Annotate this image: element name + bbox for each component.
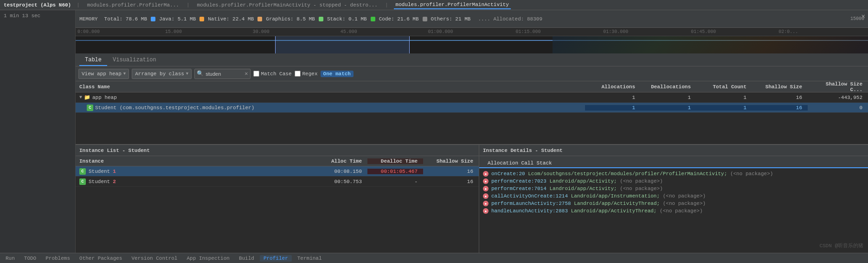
- cell-total-count-student: 1: [696, 105, 752, 111]
- bottom-tab-vcs[interactable]: Version Control: [128, 255, 181, 262]
- cell-class-name: ▼ 📁 app heap: [76, 94, 585, 100]
- tab-profiler-3[interactable]: modules.profiler.ProfilerMainActivity: [394, 1, 511, 9]
- call-stack-item[interactable]: ● onCreate:20 Lcom/southgnss/testproject…: [479, 170, 868, 178]
- instance-number-2: 2: [113, 179, 116, 184]
- search-icon: 🔍: [197, 70, 204, 77]
- table-row[interactable]: ▼ 📁 app heap 1 1 1 16 -443,952: [76, 92, 868, 103]
- col-shallow-size-c: Shallow Size C...: [808, 81, 868, 92]
- tab-allocation-call-stack[interactable]: Allocation Call Stack: [483, 159, 557, 168]
- bottom-tab-packages[interactable]: Other Packages: [76, 255, 126, 262]
- call-stack-item[interactable]: ● handleLaunchActivity:2883 Landroid/app…: [479, 207, 868, 215]
- expand-icon[interactable]: ▼: [79, 95, 82, 100]
- tab-profiler-1[interactable]: modules.profiler.ProfilerMa...: [85, 1, 181, 9]
- memory-others: Others: 21 MB: [431, 16, 471, 22]
- instance-class-icon-2: C: [79, 178, 86, 185]
- tick-4: 01:00.000: [428, 29, 516, 34]
- tab-table[interactable]: Table: [79, 55, 107, 66]
- instance-shallow-size-2: 16: [423, 179, 479, 184]
- match-case-input[interactable]: [253, 71, 259, 77]
- cell-allocations-student: 1: [585, 105, 641, 111]
- cell-shallow-size-c: -443,952: [808, 95, 868, 100]
- bottom-tab-run[interactable]: Run: [2, 255, 19, 262]
- details-close-icon[interactable]: ✕: [862, 12, 865, 20]
- bottom-tab-profiler[interactable]: Profiler: [260, 255, 292, 262]
- view-app-heap-dropdown[interactable]: View app heap ▼: [78, 69, 129, 79]
- instance-name-1: C Student 1: [76, 168, 312, 175]
- call-dot-icon: ●: [483, 208, 489, 214]
- tick-7: 01:45.000: [691, 29, 778, 34]
- regex-checkbox[interactable]: Regex: [295, 71, 318, 77]
- cell-shallow-size-c-student: 0: [808, 105, 868, 111]
- timeline-ruler: 0:00.000 15.000 30.000 45.000 01:00.000 …: [76, 28, 868, 36]
- call-text: handleLaunchActivity:2883 Landroid/app/A…: [491, 208, 703, 214]
- timeline-graph[interactable]: [76, 36, 868, 53]
- cell-shallow-size: 16: [752, 95, 808, 100]
- instance-panel: Instance List - Student Instance Alloc T…: [76, 145, 479, 263]
- timeline-area[interactable]: 0:00.000 15.000 30.000 45.000 01:00.000 …: [76, 28, 868, 53]
- class-table[interactable]: Class Name Allocations Deallocations Tot…: [76, 81, 868, 144]
- call-stack-item[interactable]: ● performCreate:7014 Landroid/app/Activi…: [479, 185, 868, 192]
- details-tabs: Allocation Call Stack: [479, 156, 868, 168]
- bottom-tab-app-inspection[interactable]: App Inspection: [183, 255, 233, 262]
- inst-col-alloc: Alloc Time: [312, 158, 367, 164]
- cell-class-name-student: C Student (com.southgnss.testproject.mod…: [76, 105, 585, 111]
- bottom-tab-build[interactable]: Build: [235, 255, 258, 262]
- memory-graphics: Graphics: 8.5 MB: [266, 16, 315, 22]
- bottom-split: Instance List - Student Instance Alloc T…: [76, 144, 868, 263]
- details-header: Instance Details - Student ✕: [479, 145, 868, 156]
- memory-label: MEMORY: [79, 16, 98, 22]
- code-color: [371, 17, 375, 21]
- cell-total-count: 1: [696, 95, 752, 100]
- match-case-checkbox[interactable]: Match Case: [253, 71, 292, 77]
- separator: |: [77, 2, 80, 8]
- search-close-icon[interactable]: ✕: [244, 70, 248, 77]
- call-dot-icon: ●: [483, 171, 489, 177]
- instance-shallow-size-1: 16: [423, 169, 479, 174]
- graphics-color: [257, 17, 262, 21]
- others-color: [423, 17, 427, 21]
- col-allocations: Allocations: [585, 84, 641, 90]
- cell-deallocations: 1: [641, 95, 696, 100]
- bottom-tab-problems[interactable]: Problems: [42, 255, 74, 262]
- call-stack-item[interactable]: ● performCreate:7023 Landroid/app/Activi…: [479, 178, 868, 185]
- call-text: performLaunchActivity:2758 Landroid/app/…: [491, 201, 706, 206]
- inst-col-instance: Instance: [76, 158, 312, 164]
- tick-1: 15.000: [165, 29, 253, 34]
- call-stack-area[interactable]: ● onCreate:20 Lcom/southgnss/testproject…: [479, 168, 868, 263]
- search-input[interactable]: [206, 71, 243, 77]
- call-stack-item[interactable]: ● callActivityOnCreate:1214 Landroid/app…: [479, 192, 868, 200]
- timeline-selection[interactable]: [275, 36, 410, 53]
- regex-input[interactable]: [295, 71, 301, 77]
- memory-total: Total: 78.6 MB: [104, 16, 147, 22]
- memory-native: Native: 22.4 MB: [208, 16, 254, 22]
- instance-number-1: 1: [113, 169, 116, 174]
- background-image-overlay: [553, 36, 868, 53]
- tab-profiler-2[interactable]: modules.profiler.ProfilerMainActivity - …: [195, 1, 379, 9]
- col-deallocations: Deallocations: [641, 84, 696, 90]
- toolbar-row: View app heap ▼ Arrange by class ▼ 🔍 ✕ M…: [76, 66, 868, 81]
- search-box[interactable]: 🔍 ✕: [194, 69, 250, 79]
- call-stack-item[interactable]: ● performLaunchActivity:2758 Landroid/ap…: [479, 200, 868, 207]
- left-sidebar: 1 min 13 sec: [0, 10, 76, 263]
- call-text: performCreate:7014 Landroid/app/Activity…: [491, 186, 663, 191]
- inst-col-shallow: Shallow Size: [423, 158, 479, 164]
- bottom-tab-terminal[interactable]: Terminal: [294, 255, 326, 262]
- match-result-badge: One match: [321, 71, 354, 77]
- instance-dealloc-time-1: 00:01:05.467: [367, 169, 423, 174]
- tick-5: 01:15.000: [515, 29, 603, 34]
- timeline-line: [76, 40, 868, 41]
- bottom-tab-todo[interactable]: TODO: [20, 255, 40, 262]
- tab-visualization[interactable]: Visualization: [107, 55, 162, 66]
- table-row[interactable]: C Student (com.southgnss.testproject.mod…: [76, 103, 868, 113]
- dropdown-arrow-icon: ▼: [123, 72, 126, 76]
- instance-list-header: Instance List - Student: [76, 145, 479, 156]
- cell-deallocations-student: 1: [641, 105, 696, 111]
- call-dot-icon: ●: [483, 193, 489, 199]
- col-total-count: Total Count: [696, 84, 752, 90]
- details-panel: Instance Details - Student ✕ Allocation …: [479, 145, 868, 263]
- arrange-by-class-dropdown[interactable]: Arrange by class ▼: [132, 69, 192, 79]
- instance-row[interactable]: C Student 1 00:08.150 00:01:05.467 16: [76, 166, 479, 177]
- timer-display: 1 min 13 sec: [0, 10, 75, 21]
- call-dot-icon: ●: [483, 186, 489, 191]
- instance-row[interactable]: C Student 2 00:50.753 - 16: [76, 177, 479, 187]
